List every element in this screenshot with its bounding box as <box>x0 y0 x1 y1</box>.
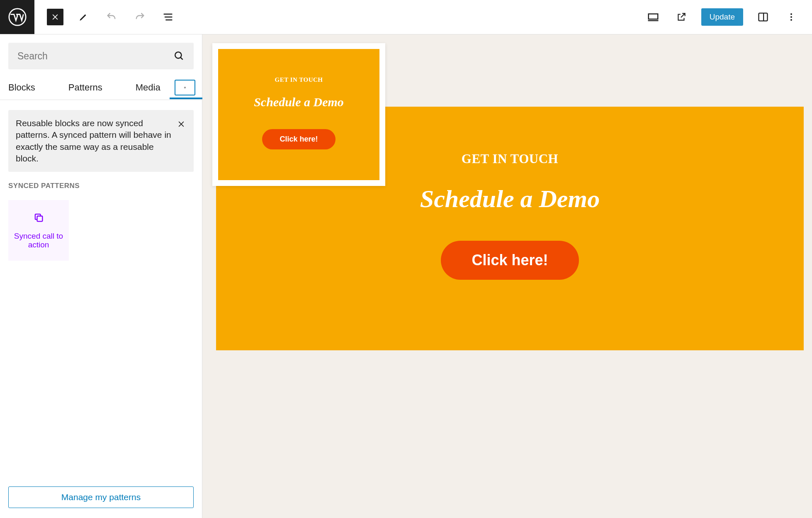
manage-patterns-button[interactable]: Manage my patterns <box>8 486 194 508</box>
desktop-icon <box>647 11 659 23</box>
close-inserter-button[interactable] <box>47 9 63 25</box>
close-icon <box>177 120 185 128</box>
synced-icon <box>184 82 186 93</box>
tab-blocks[interactable]: Blocks <box>0 75 44 100</box>
svg-point-4 <box>790 19 792 21</box>
settings-panel-toggle[interactable] <box>755 9 771 25</box>
redo-icon <box>134 11 146 23</box>
close-icon <box>51 13 59 21</box>
search-icon <box>174 51 185 61</box>
kebab-icon <box>786 12 796 22</box>
view-button[interactable] <box>645 9 661 25</box>
preview-title-text: Schedule a Demo <box>254 95 344 109</box>
preview-kicker-text: GET IN TOUCH <box>275 76 323 83</box>
section-synced-patterns-label: SYNCED PATTERNS <box>8 182 194 190</box>
undo-icon <box>106 11 117 23</box>
external-link-icon <box>676 12 687 22</box>
sidebar-icon <box>757 11 769 23</box>
cta-title-text[interactable]: Schedule a Demo <box>420 185 600 213</box>
pattern-item-label: Synced call to action <box>12 232 65 250</box>
wordpress-logo[interactable] <box>0 0 34 34</box>
notice-close-button[interactable] <box>173 116 190 132</box>
top-toolbar: Update <box>0 0 812 34</box>
inserter-tabs: Blocks Patterns Media <box>0 75 202 100</box>
block-inserter-panel: Blocks Patterns Media Reusable blocks ar… <box>0 34 202 518</box>
edit-button[interactable] <box>75 9 92 25</box>
active-tab-indicator <box>170 98 202 99</box>
tab-synced-patterns[interactable] <box>175 80 195 95</box>
search-input[interactable] <box>17 51 174 62</box>
editor-canvas[interactable]: GET IN TOUCH Schedule a Demo Click here!… <box>202 34 812 518</box>
notice-text: Reusable blocks are now synced patterns.… <box>16 118 171 163</box>
undo-button <box>103 9 120 25</box>
pattern-preview-tooltip: GET IN TOUCH Schedule a Demo Click here! <box>212 43 385 186</box>
tab-media[interactable]: Media <box>127 75 169 100</box>
pattern-preview-content: GET IN TOUCH Schedule a Demo Click here! <box>218 49 379 180</box>
wordpress-icon <box>8 8 27 26</box>
pencil-icon <box>78 12 89 22</box>
document-overview-button[interactable] <box>160 9 176 25</box>
update-button[interactable]: Update <box>701 8 743 26</box>
cta-kicker-text[interactable]: GET IN TOUCH <box>462 151 558 166</box>
svg-rect-8 <box>37 216 43 221</box>
svg-rect-6 <box>184 86 186 88</box>
more-options-button[interactable] <box>783 9 800 25</box>
preview-button: Click here! <box>262 129 335 149</box>
reusable-block-icon <box>33 212 44 223</box>
synced-patterns-notice: Reusable blocks are now synced patterns.… <box>8 110 194 172</box>
redo-button <box>131 9 148 25</box>
svg-point-2 <box>790 13 792 15</box>
cta-button[interactable]: Click here! <box>441 241 579 280</box>
search-box[interactable] <box>8 43 194 69</box>
svg-point-5 <box>175 52 181 58</box>
pattern-item-synced-cta[interactable]: Synced call to action <box>8 200 69 261</box>
open-external-button[interactable] <box>673 9 690 25</box>
list-icon <box>162 11 174 23</box>
svg-point-3 <box>790 16 792 18</box>
tab-patterns[interactable]: Patterns <box>60 75 111 100</box>
